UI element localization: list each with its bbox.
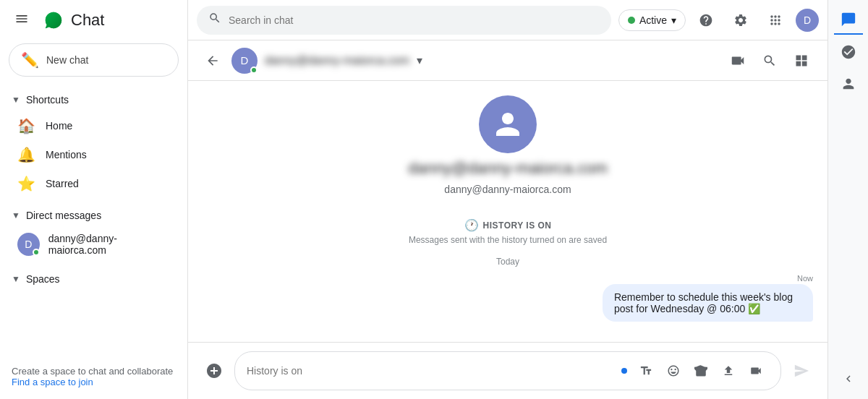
shortcuts-label: Shortcuts <box>26 94 69 106</box>
chat-content: danny@danny-maiorca.com danny@danny-maio… <box>188 81 827 342</box>
shortcuts-section: ▼ Shortcuts 🏠 Home 🔔 Mentions ⭐ Starred <box>0 85 187 201</box>
profile-name: danny@danny-maiorca.com <box>408 159 607 178</box>
video-button[interactable] <box>743 358 769 384</box>
spaces-label: Spaces <box>26 273 60 285</box>
top-bar-right: Active ▾ D <box>618 6 819 35</box>
dm-avatar-danny: D <box>17 233 40 256</box>
sidebar-item-starred[interactable]: ⭐ Starred <box>0 169 182 198</box>
right-sidebar-tasks-icon[interactable] <box>834 38 863 66</box>
help-button[interactable] <box>692 6 720 35</box>
right-sidebar-contacts-icon[interactable] <box>834 69 863 98</box>
starred-label: Starred <box>46 178 79 189</box>
sticker-button[interactable] <box>688 358 714 384</box>
profile-avatar <box>479 95 537 153</box>
dm-user-label: danny@danny-maiorca.com <box>48 233 170 256</box>
right-sidebar-chat-icon[interactable] <box>834 6 863 35</box>
user-avatar[interactable]: D <box>796 9 819 32</box>
search-input[interactable] <box>229 14 600 26</box>
send-button[interactable] <box>787 356 816 385</box>
sidebar-bottom: Create a space to chat and collaborate F… <box>0 354 187 399</box>
input-status-dot <box>621 368 627 374</box>
direct-messages-section: ▼ Direct messages D danny@danny-maiorca.… <box>0 201 187 265</box>
new-chat-button[interactable]: ✏️ New chat <box>9 43 179 77</box>
status-button[interactable]: Active ▾ <box>618 9 686 31</box>
chat-dropdown-icon[interactable]: ▾ <box>417 53 422 67</box>
video-call-button[interactable] <box>723 46 752 75</box>
history-icon: 🕐 <box>464 218 479 232</box>
direct-messages-header[interactable]: ▼ Direct messages <box>0 204 182 227</box>
mentions-icon: 🔔 <box>17 146 35 163</box>
message-row: Now Remember to schedule this week's blo… <box>203 273 813 323</box>
right-sidebar <box>827 0 868 399</box>
input-area <box>188 342 827 399</box>
input-actions <box>633 358 769 384</box>
search-icon <box>208 12 221 28</box>
chat-user-info: D danny@danny-maiorca.com ▾ <box>231 48 718 74</box>
today-label: Today <box>496 257 519 267</box>
message-input-box[interactable] <box>234 351 781 390</box>
history-badge: 🕐 HISTORY IS ON <box>464 218 552 232</box>
dm-item-danny[interactable]: D danny@danny-maiorca.com <box>0 227 182 262</box>
message-timestamp: Now <box>797 274 813 283</box>
search-bar[interactable] <box>197 6 611 35</box>
status-chevron-icon: ▾ <box>671 14 676 26</box>
spaces-chevron-icon: ▼ <box>12 274 20 284</box>
mentions-label: Mentions <box>46 149 87 160</box>
chat-header: D danny@danny-maiorca.com ▾ <box>188 40 827 81</box>
apps-button[interactable] <box>761 6 790 35</box>
history-text: HISTORY IS ON <box>483 220 552 231</box>
spaces-footer-text: Create a space to chat and collaborate <box>12 366 176 377</box>
settings-button[interactable] <box>726 6 755 35</box>
home-label: Home <box>46 120 72 132</box>
sidebar: Chat ✏️ New chat ▼ Shortcuts 🏠 Home 🔔 Me… <box>0 0 188 399</box>
home-icon: 🏠 <box>17 117 35 134</box>
status-dot <box>628 17 635 24</box>
message-text: Remember to schedule this week's blog po… <box>614 291 801 314</box>
messages-area: Now Remember to schedule this week's blo… <box>203 273 813 323</box>
find-space-link[interactable]: Find a space to join <box>12 377 93 387</box>
chat-avatar-online-indicator <box>250 66 258 74</box>
input-container <box>200 351 816 390</box>
starred-icon: ⭐ <box>17 175 35 192</box>
hamburger-icon[interactable] <box>9 6 35 35</box>
add-attachment-button[interactable] <box>200 356 229 385</box>
message-input[interactable] <box>247 365 616 377</box>
profile-email: danny@danny-maiorca.com <box>444 184 571 195</box>
top-search-row: Active ▾ D <box>188 0 827 40</box>
center-pane: Active ▾ D <box>188 0 827 399</box>
dm-avatar-online-indicator <box>33 249 40 256</box>
sidebar-item-home[interactable]: 🏠 Home <box>0 111 182 140</box>
direct-messages-label: Direct messages <box>26 210 101 221</box>
app-title: Chat <box>71 11 104 30</box>
app-logo: Chat <box>42 9 104 32</box>
history-description: Messages sent with the history turned on… <box>409 235 607 245</box>
right-sidebar-expand-icon[interactable] <box>834 364 863 393</box>
app-wrapper: Chat ✏️ New chat ▼ Shortcuts 🏠 Home 🔔 Me… <box>0 0 868 399</box>
message-bubble: Remember to schedule this week's blog po… <box>603 284 813 322</box>
chat-username: danny@danny-maiorca.com <box>265 54 409 67</box>
sidebar-item-mentions[interactable]: 🔔 Mentions <box>0 140 182 169</box>
spaces-section: ▼ Spaces <box>0 265 187 293</box>
shortcuts-chevron-icon: ▼ <box>12 95 20 105</box>
profile-section: danny@danny-maiorca.com danny@danny-maio… <box>408 95 607 195</box>
split-view-button[interactable] <box>787 46 816 75</box>
new-chat-plus-icon: ✏️ <box>21 51 39 69</box>
sidebar-header: Chat <box>0 0 187 40</box>
format-text-button[interactable] <box>633 358 659 384</box>
new-chat-label: New chat <box>46 54 88 66</box>
emoji-button[interactable] <box>660 358 686 384</box>
spaces-header[interactable]: ▼ Spaces <box>0 267 182 291</box>
search-in-chat-button[interactable] <box>755 46 784 75</box>
dm-chevron-icon: ▼ <box>12 210 20 220</box>
upload-button[interactable] <box>715 358 741 384</box>
back-button[interactable] <box>200 48 226 74</box>
status-label: Active <box>639 14 667 26</box>
chat-avatar: D <box>231 48 258 74</box>
chat-header-actions <box>723 46 816 75</box>
shortcuts-header[interactable]: ▼ Shortcuts <box>0 88 182 111</box>
